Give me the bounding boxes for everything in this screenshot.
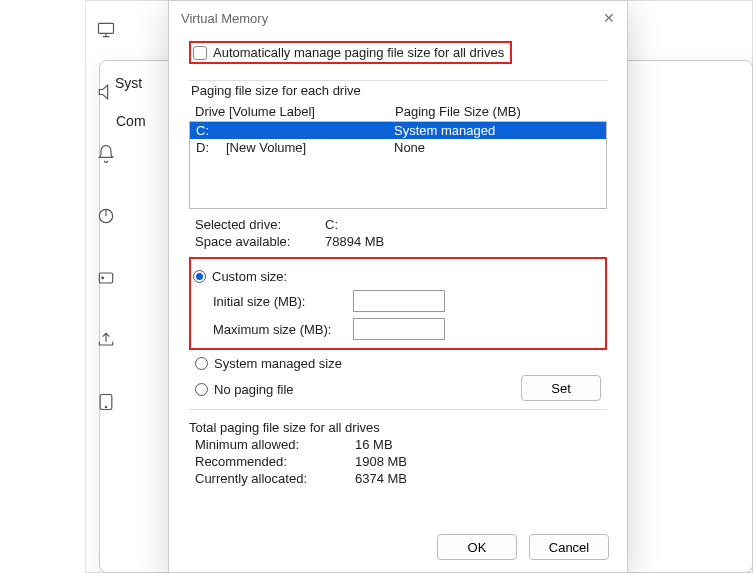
- power-icon: [96, 206, 116, 230]
- sound-icon: [96, 82, 116, 106]
- total-group: Total paging file size for all drives Mi…: [189, 420, 607, 486]
- min-allowed-label: Minimum allowed:: [195, 437, 355, 452]
- recommended-value: 1908 MB: [355, 454, 407, 469]
- drive-list[interactable]: C:System managedD:[New Volume]None: [189, 121, 607, 209]
- selected-drive-value: C:: [325, 217, 338, 232]
- current-allocated-label: Currently allocated:: [195, 471, 355, 486]
- ok-button[interactable]: OK: [437, 534, 517, 560]
- close-icon[interactable]: ✕: [603, 10, 615, 26]
- maximum-size-input[interactable]: [353, 318, 445, 340]
- cancel-button[interactable]: Cancel: [529, 534, 609, 560]
- storage-icon: [96, 268, 116, 292]
- drive-row[interactable]: D:[New Volume]None: [190, 139, 606, 156]
- recommended-label: Recommended:: [195, 454, 355, 469]
- drive-col-header: Drive [Volume Label]: [195, 104, 395, 119]
- system-managed-radio[interactable]: [195, 357, 208, 370]
- system-managed-label: System managed size: [214, 356, 342, 371]
- dialog-title: Virtual Memory: [181, 11, 268, 26]
- custom-size-label: Custom size:: [212, 269, 287, 284]
- svg-rect-0: [99, 23, 114, 33]
- min-allowed-value: 16 MB: [355, 437, 393, 452]
- auto-manage-label: Automatically manage paging file size fo…: [213, 45, 504, 60]
- share-icon: [96, 330, 116, 354]
- drive-list-header: Drive [Volume Label] Paging File Size (M…: [195, 104, 607, 119]
- initial-size-label: Initial size (MB):: [213, 294, 353, 309]
- custom-size-radio[interactable]: [193, 270, 206, 283]
- total-label: Total paging file size for all drives: [189, 420, 607, 435]
- dialog-buttons: OK Cancel: [437, 534, 609, 560]
- dialog-titlebar: Virtual Memory ✕: [169, 1, 627, 35]
- space-available-value: 78894 MB: [325, 234, 384, 249]
- custom-size-highlight: Custom size: Initial size (MB): Maximum …: [189, 257, 607, 350]
- bell-icon: [96, 144, 116, 168]
- left-rail: [0, 0, 86, 573]
- drive-row[interactable]: C:System managed: [190, 122, 606, 139]
- space-available-label: Space available:: [195, 234, 325, 249]
- paging-size-group: Paging file size for each drive Drive [V…: [189, 80, 607, 401]
- no-paging-label: No paging file: [214, 382, 294, 397]
- svg-point-3: [102, 277, 104, 279]
- monitor-icon: [96, 20, 116, 44]
- svg-point-5: [105, 406, 106, 407]
- auto-manage-checkbox[interactable]: [193, 46, 207, 60]
- divider: [189, 409, 607, 410]
- no-paging-radio[interactable]: [195, 383, 208, 396]
- current-allocated-value: 6374 MB: [355, 471, 407, 486]
- selected-drive-label: Selected drive:: [195, 217, 325, 232]
- virtual-memory-dialog: Virtual Memory ✕ Automatically manage pa…: [168, 0, 628, 573]
- sidebar-icons: [96, 20, 116, 416]
- group-label: Paging file size for each drive: [189, 83, 363, 98]
- bg-subtitle: Com: [116, 113, 146, 129]
- maximum-size-label: Maximum size (MB):: [213, 322, 353, 337]
- bg-title: Syst: [115, 75, 142, 91]
- size-col-header: Paging File Size (MB): [395, 104, 521, 119]
- tablet-icon: [96, 392, 116, 416]
- set-button[interactable]: Set: [521, 375, 601, 401]
- initial-size-input[interactable]: [353, 290, 445, 312]
- auto-manage-highlight: Automatically manage paging file size fo…: [189, 41, 512, 64]
